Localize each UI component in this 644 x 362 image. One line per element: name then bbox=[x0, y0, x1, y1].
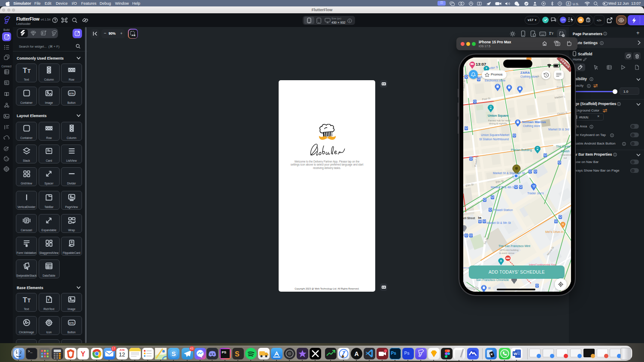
svg-text:Trader Joe’s: Trader Joe’s bbox=[527, 192, 544, 195]
svg-text:W: W bbox=[513, 352, 517, 356]
svg-text:Jewish: Jewish bbox=[560, 150, 570, 153]
svg-text:T: T bbox=[48, 298, 50, 302]
svg-text:Electronics store: Electronics store bbox=[485, 79, 505, 82]
svg-text:T: T bbox=[27, 297, 30, 303]
svg-text:Market St & 4th St: Market St & 4th St bbox=[491, 186, 515, 189]
svg-text:BTN: BTN bbox=[69, 92, 74, 94]
svg-text:S: S bbox=[171, 350, 176, 357]
svg-text:A: A bbox=[568, 2, 570, 5]
svg-text:U.S.: U.S. bbox=[573, 2, 579, 6]
svg-text:Phelan Building: Phelan Building bbox=[511, 148, 532, 152]
svg-text:st: st bbox=[488, 287, 491, 290]
svg-text:T: T bbox=[23, 296, 27, 303]
svg-text:The Conte: The Conte bbox=[556, 145, 570, 148]
svg-text:T: T bbox=[23, 66, 27, 74]
svg-text:Clothing store: Clothing store bbox=[523, 124, 540, 128]
svg-text:A: A bbox=[354, 350, 358, 357]
svg-text:1874 mint building: 1874 mint building bbox=[499, 249, 519, 251]
svg-text:S: S bbox=[235, 350, 240, 358]
svg-text:The San Francisco Mint: The San Francisco Mint bbox=[498, 244, 530, 247]
svg-text:Market St & 5th St: Market St & 5th St bbox=[486, 221, 511, 224]
svg-text:Market St & Stockton St: Market St & Stockton St bbox=[493, 172, 525, 175]
svg-text:Powell Station: Powell Station bbox=[494, 208, 513, 211]
svg-text:dining & nightlife: dining & nightlife bbox=[489, 122, 507, 125]
svg-text:Neiman Marcus: Neiman Marcus bbox=[522, 120, 546, 124]
svg-text:Union Square: Union Square bbox=[488, 114, 509, 118]
svg-text:San Francisco Chronicle: San Francisco Chronicle bbox=[476, 278, 509, 281]
svg-text:Y: Y bbox=[81, 350, 85, 358]
svg-text:& event venue: & event venue bbox=[499, 252, 514, 254]
svg-text:Famed hub for retail,: Famed hub for retail, bbox=[488, 119, 511, 122]
svg-text:Market St & 3rd: Market St & 3rd bbox=[548, 128, 569, 131]
svg-text:ell Street: ell Street bbox=[463, 217, 475, 220]
svg-text:T: T bbox=[27, 68, 30, 74]
svg-text:ZARA: ZARA bbox=[520, 71, 530, 75]
svg-text:BTN: BTN bbox=[69, 321, 74, 324]
svg-text:ba: ba bbox=[478, 216, 482, 219]
svg-text:Libeskind: Libeskind bbox=[561, 154, 571, 156]
svg-text:Clothing store: Clothing store bbox=[520, 75, 538, 78]
svg-text:St Station Northbound: St Station Northbound bbox=[479, 138, 509, 141]
svg-text:cul: cul bbox=[564, 157, 567, 159]
svg-text:Mel’s Drive-In: Mel’s Drive-In bbox=[545, 230, 564, 233]
svg-text:Union Square/Market: Union Square/Market bbox=[481, 133, 509, 137]
